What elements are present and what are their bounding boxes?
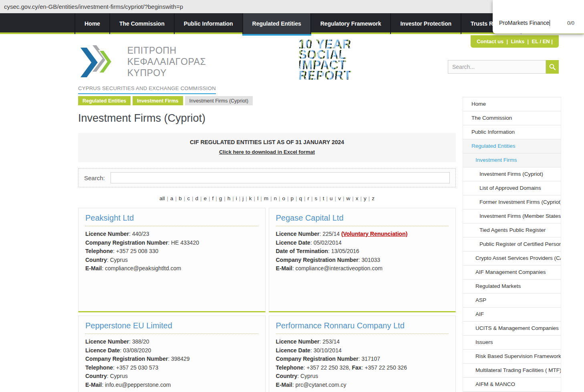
nav-item-investor-protection[interactable]: Investor Protection (390, 13, 461, 34)
sidebar-item-aif[interactable]: AIF (463, 308, 561, 322)
alphabet-letter-i[interactable]: i (235, 195, 238, 201)
firm-field: Telephone: +357 25 008 330 (85, 247, 258, 256)
alphabet-letter-t[interactable]: t (322, 195, 325, 201)
alphabet-letter-v[interactable]: v (337, 195, 342, 201)
alphabet-letter-w[interactable]: w (345, 195, 351, 201)
sidebar-item-issuers[interactable]: Issuers (463, 336, 561, 350)
sidebar-item-former-investment-firms-cypriot[interactable]: Former Investment Firms (Cypriot) (463, 195, 561, 209)
alphabet-separator: | (175, 195, 177, 201)
alphabet-letter-d[interactable]: d (194, 195, 199, 201)
firm-name[interactable]: Performance Ronnaru Company Ltd (276, 321, 449, 334)
sidebar-item-crypto-asset-services-providers-casp[interactable]: Crypto Asset Services Providers (CASP) (463, 251, 561, 265)
sidebar-item-aifm-manco[interactable]: AIFM & MANCO (463, 378, 561, 392)
alphabet-letter-k[interactable]: k (248, 195, 253, 201)
firm-field: Licence Number: 225/14 (Voluntary Renunc… (276, 230, 449, 239)
field-label: Company Registration Number (85, 356, 168, 362)
field-label: Telephone (85, 364, 113, 371)
firm-field: Date of Termination: 13/05/2016 (276, 247, 449, 256)
nav-item-the-commission[interactable]: The Commission (109, 13, 174, 34)
sidebar-item-investment-firms[interactable]: Investment Firms (463, 153, 561, 167)
quick-links[interactable]: Contact us | Links | EL / EN | (471, 35, 559, 48)
alphabet-letter-b[interactable]: b (178, 195, 183, 201)
voluntary-renunciation-link[interactable]: (Voluntary Renunciation) (341, 231, 407, 237)
field-label: E-Mail (85, 265, 102, 271)
sidebar-item-risk-based-supervision-framework[interactable]: Risk Based Supervision Framework (463, 350, 561, 364)
sidebar-item-public-information[interactable]: Public Information (463, 125, 561, 139)
logo-english-text: CYPRUS SECURITIES AND EXCHANGE COMMISSIO… (78, 85, 216, 94)
alphabet-letter-f[interactable]: f (211, 195, 214, 201)
alphabet-letter-o[interactable]: o (281, 195, 286, 201)
alphabet-letter-p[interactable]: p (290, 195, 294, 201)
sidebar-item-regulated-entities[interactable]: Regulated Entities (463, 139, 561, 153)
alphabet-letter-x[interactable]: x (355, 195, 359, 201)
alphabet-letter-c[interactable]: c (186, 195, 191, 201)
alphabet-letter-h[interactable]: h (227, 195, 232, 201)
alphabet-letter-all[interactable]: all (159, 195, 166, 201)
nav-item-regulatory-framework[interactable]: Regulatory Framework (310, 13, 391, 34)
sidebar-item-home[interactable]: Home (463, 97, 561, 111)
breadcrumb: Regulated EntitiesInvestment FirmsInvest… (78, 96, 456, 105)
nav-item-public-information[interactable]: Public Information (174, 13, 242, 34)
sidebar-item-the-commission[interactable]: The Commission (463, 111, 561, 125)
site-search-input[interactable] (448, 60, 546, 74)
sidebar-item-asp[interactable]: ASP (463, 293, 561, 308)
firm-field: Country: Cyprus (276, 372, 449, 381)
find-bar[interactable]: ProMarkets Finance 0/0 (493, 0, 584, 34)
firm-cards-grid: Peaksight LtdLicence Number: 440/23Compa… (78, 208, 456, 392)
list-search: Search: (78, 168, 456, 187)
sidebar-item-regulated-markets[interactable]: Regulated Markets (463, 279, 561, 293)
cysec-logo[interactable]: ΕΠΙΤΡΟΠΗ ΚΕΦΑΛΑΙΑΓΟΡΑΣ ΚΥΠΡΟΥ CYPRUS SEC… (78, 42, 216, 94)
alphabet-letter-r[interactable]: r (307, 195, 310, 201)
alphabet-letter-s[interactable]: s (314, 195, 318, 201)
firm-field: Country: Cyprus (85, 372, 258, 381)
alphabet-separator: | (215, 195, 217, 201)
social-impact-report-banner[interactable]: 10 YEAR SOCIAL IMPACT REPORT (298, 39, 351, 81)
list-search-input[interactable] (111, 172, 450, 183)
alphabet-letter-y[interactable]: y (363, 195, 367, 201)
field-label: E-Mail (276, 382, 292, 388)
nav-item-regulated-entities[interactable]: Regulated Entities (242, 13, 310, 34)
alphabet-letter-e[interactable]: e (203, 195, 207, 201)
alphabet-letter-n[interactable]: n (273, 195, 278, 201)
field-label: Company Registration Number (85, 239, 168, 246)
alphabet-letter-g[interactable]: g (218, 195, 223, 201)
breadcrumb-investment-firms[interactable]: Investment Firms (133, 96, 183, 105)
nav-item-home[interactable]: Home (75, 13, 109, 34)
sidebar-item-list-of-approved-domains[interactable]: List of Approved Domains (463, 181, 561, 195)
breadcrumb-regulated-entities[interactable]: Regulated Entities (78, 96, 131, 105)
search-icon (549, 63, 556, 70)
alphabet-separator: | (311, 195, 313, 201)
alphabet-letter-z[interactable]: z (371, 195, 375, 201)
firm-field: Licence Date: 03/08/2020 (85, 346, 258, 355)
sidebar-item-investment-firms-member-states[interactable]: Investment Firms (Member States) (463, 209, 561, 223)
sidebar-item-multilateral-trading-facilities-mtf[interactable]: Multilateral Trading Facilities ( MTF) (463, 364, 561, 378)
firm-field: Licence Number: 440/23 (85, 230, 258, 239)
find-query-input[interactable]: ProMarkets Finance (499, 20, 549, 26)
firm-name[interactable]: Pegase Capital Ltd (276, 213, 449, 226)
site-header: ΕΠΙΤΡΟΠΗ ΚΕΦΑΛΑΙΑΓΟΡΑΣ ΚΥΠΡΟΥ CYPRUS SEC… (0, 36, 584, 94)
field-label: E-Mail (85, 382, 102, 388)
alphabet-letter-q[interactable]: q (298, 195, 303, 201)
field-label: Telephone (85, 248, 113, 254)
search-button[interactable] (546, 60, 559, 74)
firm-field: E-Mail: compliance@interactiveoption.com (276, 264, 449, 273)
firm-field: E-Mail: prc@cytanet.com.cy (276, 381, 449, 390)
sidebar-item-tied-agents-public-register[interactable]: Tied Agents Public Register (463, 223, 561, 237)
sidebar-item-public-register-of-certified-persons[interactable]: Public Register of Certified Persons (463, 237, 561, 251)
firm-name[interactable]: Pepperstone EU Limited (85, 321, 258, 334)
alphabet-letter-l[interactable]: l (256, 195, 259, 201)
alphabet-letter-a[interactable]: a (169, 195, 174, 201)
sidebar-item-investment-firms-cypriot[interactable]: Investment Firms (Cypriot) (463, 167, 561, 181)
alphabet-separator: | (224, 195, 226, 201)
logo-greek-text: ΕΠΙΤΡΟΠΗ ΚΕΦΑΛΑΙΑΓΟΡΑΣ ΚΥΠΡΟΥ (127, 42, 216, 82)
excel-download-link[interactable]: Click here to download in Excel format (219, 149, 315, 155)
alphabet-letter-m[interactable]: m (263, 195, 269, 201)
sidebar-item-aif-management-companies[interactable]: AIF Management Companies (463, 265, 561, 279)
alphabet-letter-u[interactable]: u (329, 195, 334, 201)
firm-name[interactable]: Peaksight Ltd (85, 213, 258, 226)
alphabet-letter-j[interactable]: j (242, 195, 244, 201)
sidebar-item-ucits-management-companies[interactable]: UCITS & Management Companies (463, 322, 561, 336)
field-label: Licence Date (85, 347, 120, 354)
firm-field: E-Mail: compliance@peaksightltd.com (85, 264, 258, 273)
alphabet-separator: | (260, 195, 262, 201)
